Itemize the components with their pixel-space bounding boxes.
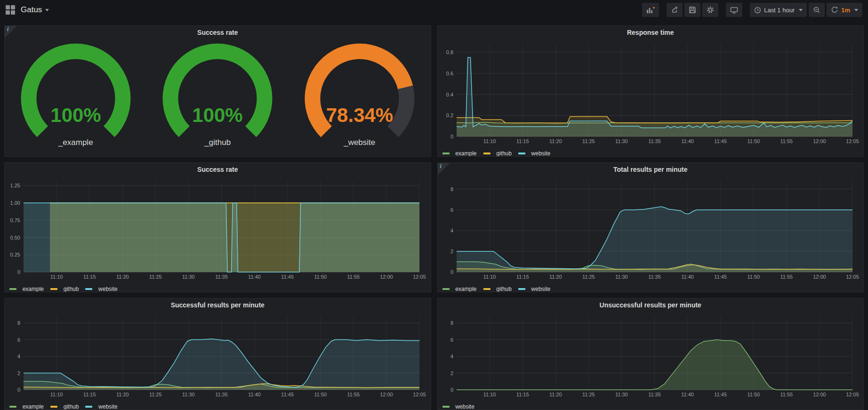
- chevron-down-icon: [854, 9, 858, 11]
- svg-text:12:05: 12:05: [846, 138, 859, 144]
- legend-item-_github[interactable]: _github: [483, 286, 512, 292]
- svg-text:11:50: 11:50: [314, 392, 327, 397]
- gauge-arc: 78.34%: [301, 41, 418, 144]
- panel-total-results: i Total results per minute 11:1011:1511:…: [437, 162, 864, 292]
- legend-item-_website[interactable]: _website: [518, 150, 550, 157]
- legend-item-_github[interactable]: _github: [50, 403, 79, 410]
- gauge-value: 78.34%: [326, 104, 393, 126]
- svg-text:0: 0: [17, 269, 20, 275]
- dashboard-title-dropdown[interactable]: Gatus: [21, 5, 49, 15]
- svg-text:11:55: 11:55: [347, 274, 360, 280]
- svg-text:1.25: 1.25: [10, 183, 20, 188]
- legend-swatch: [85, 406, 92, 408]
- panel-title[interactable]: Unsuccessful results per minute: [438, 298, 864, 312]
- svg-text:0.75: 0.75: [10, 217, 20, 223]
- dashboard-title: Gatus: [21, 5, 42, 15]
- legend-label: _example: [452, 150, 477, 157]
- settings-button[interactable]: [702, 3, 718, 17]
- svg-text:0.4: 0.4: [446, 92, 453, 97]
- chevron-down-icon: [45, 9, 49, 11]
- legend-item-_example[interactable]: _example: [442, 150, 477, 157]
- panel-title[interactable]: Successful results per minute: [5, 298, 431, 312]
- svg-text:11:15: 11:15: [83, 274, 96, 280]
- save-button[interactable]: [684, 3, 700, 17]
- total-results-chart[interactable]: 11:1011:1511:2011:2511:3011:3511:4011:45…: [439, 176, 861, 283]
- gauge-_github: 100%_github: [147, 41, 288, 147]
- svg-text:0: 0: [450, 387, 453, 393]
- gauge-value: 100%: [50, 104, 101, 126]
- svg-text:11:40: 11:40: [248, 274, 261, 280]
- refresh-icon: [831, 6, 838, 14]
- svg-text:2: 2: [450, 249, 453, 254]
- svg-text:12:00: 12:00: [380, 274, 393, 280]
- svg-text:12:00: 12:00: [813, 274, 826, 280]
- panel-title[interactable]: Response time: [438, 26, 864, 39]
- svg-text:11:25: 11:25: [149, 392, 162, 397]
- share-button[interactable]: [667, 3, 683, 17]
- legend-item-_website[interactable]: _website: [518, 286, 550, 292]
- grafana-apps-icon[interactable]: [6, 5, 15, 15]
- panel-info-icon[interactable]: i: [438, 163, 450, 175]
- legend-item-_github[interactable]: _github: [50, 286, 79, 292]
- svg-text:11:20: 11:20: [549, 274, 562, 280]
- unsuccessful-results-chart[interactable]: 11:1011:1511:2011:2511:3011:3511:4011:45…: [439, 312, 861, 401]
- gauge-label: _example: [58, 138, 93, 147]
- legend-label: _website: [528, 150, 550, 157]
- panel-title[interactable]: Success rate: [5, 26, 431, 39]
- add-panel-button[interactable]: [642, 3, 659, 17]
- svg-text:12:05: 12:05: [846, 392, 859, 397]
- panel-unsuccessful-results: Unsuccessful results per minute 11:1011:…: [437, 298, 864, 410]
- monitor-icon: [730, 6, 738, 14]
- svg-text:11:10: 11:10: [483, 274, 496, 280]
- svg-text:0.2: 0.2: [446, 113, 453, 118]
- panel-response-time: Response time 11:1011:1511:2011:2511:301…: [437, 25, 864, 157]
- panel-success-rate-timeseries: Success rate 11:1011:1511:2011:2511:3011…: [4, 162, 431, 292]
- svg-text:0: 0: [450, 134, 453, 139]
- chevron-down-icon: [799, 9, 803, 11]
- tv-mode-button[interactable]: [726, 3, 742, 17]
- panel-title[interactable]: Total results per minute: [438, 163, 864, 176]
- success-rate-chart[interactable]: 11:1011:1511:2011:2511:3011:3511:4011:45…: [6, 176, 428, 283]
- svg-text:11:45: 11:45: [281, 274, 294, 280]
- legend-label: _github: [493, 286, 512, 292]
- legend-item-_github[interactable]: _github: [483, 150, 512, 157]
- svg-text:11:20: 11:20: [116, 274, 129, 280]
- svg-text:11:25: 11:25: [582, 392, 595, 397]
- panel-info-icon[interactable]: i: [5, 26, 17, 38]
- successful-results-chart[interactable]: 11:1011:1511:2011:2511:3011:3511:4011:45…: [6, 312, 428, 401]
- svg-text:11:20: 11:20: [549, 392, 562, 397]
- legend-item-_example[interactable]: _example: [442, 286, 477, 292]
- legend-swatch: [50, 406, 57, 408]
- share-icon: [671, 6, 678, 14]
- legend-item-_example[interactable]: _example: [9, 286, 44, 292]
- svg-text:11:10: 11:10: [50, 392, 63, 397]
- panel-title[interactable]: Success rate: [5, 163, 431, 176]
- save-icon: [689, 6, 696, 14]
- svg-text:8: 8: [450, 186, 453, 192]
- legend-item-_website[interactable]: _website: [442, 403, 474, 410]
- svg-text:11:55: 11:55: [780, 138, 793, 144]
- response-time-chart[interactable]: 11:1011:1511:2011:2511:3011:3511:4011:45…: [439, 39, 861, 148]
- gear-icon: [707, 6, 714, 14]
- chart-legend: _example_github_website: [5, 401, 431, 410]
- legend-item-_website[interactable]: _website: [85, 403, 117, 410]
- legend-label: _example: [19, 286, 44, 292]
- legend-swatch: [9, 288, 16, 290]
- svg-text:11:45: 11:45: [714, 274, 727, 280]
- gauge-arc: 100%: [17, 41, 135, 144]
- legend-swatch: [518, 153, 525, 154]
- svg-text:11:20: 11:20: [549, 138, 562, 144]
- legend-swatch: [85, 288, 92, 290]
- svg-text:11:25: 11:25: [582, 138, 595, 144]
- svg-text:11:45: 11:45: [281, 392, 294, 397]
- navbar: Gatus: [0, 0, 868, 20]
- svg-text:11:35: 11:35: [648, 392, 661, 397]
- legend-item-_example[interactable]: _example: [9, 403, 44, 410]
- legend-item-_website[interactable]: _website: [85, 286, 117, 292]
- refresh-picker[interactable]: 1m: [827, 3, 862, 17]
- zoom-out-button[interactable]: [809, 3, 825, 17]
- svg-text:11:45: 11:45: [714, 392, 727, 397]
- time-range-picker[interactable]: Last 1 hour: [750, 3, 807, 17]
- svg-text:11:40: 11:40: [681, 274, 694, 280]
- legend-swatch: [483, 153, 490, 154]
